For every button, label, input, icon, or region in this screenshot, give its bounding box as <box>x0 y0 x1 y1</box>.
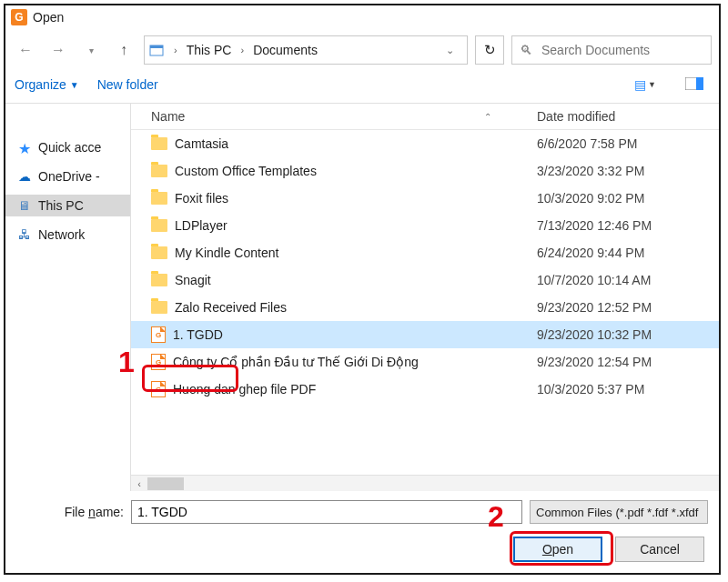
app-icon: G <box>11 9 27 25</box>
filename-label: File name: <box>16 505 124 519</box>
scroll-track[interactable] <box>147 477 719 490</box>
column-name-label: Name <box>151 109 185 124</box>
file-date-label: 10/7/2020 10:14 AM <box>537 273 719 287</box>
list-view-icon: ▤ <box>634 77 646 92</box>
chevron-right-icon: › <box>237 45 248 55</box>
file-row[interactable]: GCông ty Cổ phần Đầu tư Thế Giới Di Động… <box>131 348 719 376</box>
column-date[interactable]: Date modified <box>537 109 719 124</box>
filename-row: File name: Common Files (*.pdf *.fdf *.x… <box>16 500 708 524</box>
monitor-icon: 🖥 <box>18 198 33 213</box>
recent-dropdown[interactable]: ▾ <box>78 37 104 63</box>
file-name-label: Camtasia <box>175 136 228 151</box>
arrow-right-icon: → <box>51 42 66 58</box>
file-row[interactable]: G1. TGDD9/23/2020 10:32 PM <box>131 321 719 348</box>
file-name-cell: Foxit files <box>131 191 537 206</box>
crumb-this-pc[interactable]: This PC <box>183 41 236 59</box>
address-bar: ← → ▾ ↑ › This PC › Documents ⌄ ↻ 🔍︎ <box>5 30 719 70</box>
pdf-file-icon: G <box>151 326 166 343</box>
refresh-icon: ↻ <box>484 42 496 58</box>
file-date-label: 9/23/2020 10:32 PM <box>537 327 719 342</box>
file-name-cell: LDPlayer <box>131 218 537 233</box>
window-title: Open <box>33 10 64 25</box>
folder-icon <box>151 137 167 150</box>
chevron-down-icon: ▼ <box>648 80 656 89</box>
search-input[interactable] <box>540 42 703 58</box>
file-date-label: 10/3/2020 5:37 PM <box>537 382 719 396</box>
refresh-button[interactable]: ↻ <box>475 35 504 65</box>
svg-rect-1 <box>150 45 163 48</box>
forward-button[interactable]: → <box>46 37 71 63</box>
file-name-cell: Custom Office Templates <box>131 164 537 178</box>
file-row[interactable]: My Kindle Content6/24/2020 9:44 PM <box>131 239 719 266</box>
folder-icon <box>151 192 167 205</box>
file-row[interactable]: Camtasia6/6/2020 7:58 PM <box>131 130 719 157</box>
file-list: Camtasia6/6/2020 7:58 PMCustom Office Te… <box>131 130 719 475</box>
action-row: Open Cancel <box>16 537 708 562</box>
sidebar-item-label: Network <box>38 227 85 242</box>
preview-pane-icon <box>685 77 703 93</box>
file-name-cell: Camtasia <box>131 136 537 151</box>
file-name-label: Công ty Cổ phần Đầu tư Thế Giới Di Động <box>173 355 419 369</box>
bottom-panel: File name: Common Files (*.pdf *.fdf *.x… <box>5 491 719 573</box>
file-row[interactable]: Foxit files10/3/2020 9:02 PM <box>131 185 719 212</box>
file-row[interactable]: Snagit10/7/2020 10:14 AM <box>131 266 719 294</box>
open-file-dialog: G Open ← → ▾ ↑ › This PC › Documents ⌄ ↻ <box>4 4 721 575</box>
sidebar-item-quick-access[interactable]: ★ Quick acce <box>5 136 130 158</box>
preview-pane-button[interactable] <box>679 74 710 95</box>
chevron-down-icon: ▼ <box>70 80 79 90</box>
folder-icon <box>151 219 167 232</box>
network-icon: 🖧 <box>18 227 33 242</box>
file-date-label: 10/3/2020 9:02 PM <box>537 191 719 206</box>
new-folder-button[interactable]: New folder <box>97 77 158 92</box>
file-name-label: My Kindle Content <box>175 246 278 260</box>
file-name-cell: G1. TGDD <box>131 326 537 343</box>
sidebar-item-label: OneDrive - <box>38 169 100 184</box>
sidebar-item-this-pc[interactable]: 🖥 This PC <box>5 195 130 216</box>
scroll-left-icon[interactable]: ‹ <box>131 478 147 489</box>
file-name-label: Huong dan ghep file PDF <box>173 382 316 396</box>
titlebar: G Open <box>5 5 719 30</box>
file-name-label: Foxit files <box>175 191 228 206</box>
up-button[interactable]: ↑ <box>111 37 136 63</box>
file-row[interactable]: GHuong dan ghep file PDF10/3/2020 5:37 P… <box>131 376 719 403</box>
chevron-right-icon: › <box>170 45 181 55</box>
breadcrumb[interactable]: › This PC › Documents ⌄ <box>144 35 468 65</box>
scroll-thumb[interactable] <box>147 477 184 490</box>
file-row[interactable]: LDPlayer7/13/2020 12:46 PM <box>131 212 719 239</box>
column-name[interactable]: Name ⌃ <box>131 109 537 124</box>
view-mode-button[interactable]: ▤ ▼ <box>630 74 661 95</box>
pdf-file-icon: G <box>151 354 166 370</box>
folder-icon <box>151 301 167 314</box>
horizontal-scrollbar[interactable]: ‹ <box>131 475 719 491</box>
organize-label: Organize <box>15 77 66 92</box>
crumb-documents[interactable]: Documents <box>249 41 321 59</box>
file-date-label: 3/23/2020 3:32 PM <box>537 164 719 178</box>
pdf-file-icon: G <box>151 381 166 397</box>
sort-asc-icon: ⌃ <box>484 112 491 122</box>
file-name-label: 1. TGDD <box>173 327 223 342</box>
cloud-icon: ☁ <box>18 169 33 184</box>
folder-icon <box>151 274 167 286</box>
back-button[interactable]: ← <box>13 37 38 63</box>
sidebar-item-network[interactable]: 🖧 Network <box>5 224 130 246</box>
organize-menu[interactable]: Organize ▼ <box>15 77 79 92</box>
folder-icon <box>151 165 167 177</box>
filename-input[interactable] <box>131 500 522 524</box>
search-icon: 🔍︎ <box>520 43 532 57</box>
file-row[interactable]: Zalo Received Files9/23/2020 12:52 PM <box>131 294 719 321</box>
sidebar-item-onedrive[interactable]: ☁ OneDrive - <box>5 166 130 187</box>
file-name-cell: My Kindle Content <box>131 246 537 260</box>
filetype-dropdown[interactable]: Common Files (*.pdf *.fdf *.xfdf <box>530 500 708 524</box>
sidebar: ★ Quick acce ☁ OneDrive - 🖥 This PC 🖧 Ne… <box>5 104 131 491</box>
open-button[interactable]: Open <box>513 537 602 562</box>
file-date-label: 7/13/2020 12:46 PM <box>537 218 719 233</box>
folder-icon <box>151 246 167 259</box>
file-date-label: 9/23/2020 12:52 PM <box>537 300 719 315</box>
file-date-label: 6/6/2020 7:58 PM <box>537 136 719 151</box>
file-row[interactable]: Custom Office Templates3/23/2020 3:32 PM <box>131 157 719 185</box>
file-name-cell: GCông ty Cổ phần Đầu tư Thế Giới Di Động <box>131 354 537 370</box>
file-name-cell: Snagit <box>131 273 537 287</box>
cancel-button[interactable]: Cancel <box>615 537 704 562</box>
search-box[interactable]: 🔍︎ <box>511 35 712 65</box>
chevron-down-icon[interactable]: ⌄ <box>437 45 463 56</box>
